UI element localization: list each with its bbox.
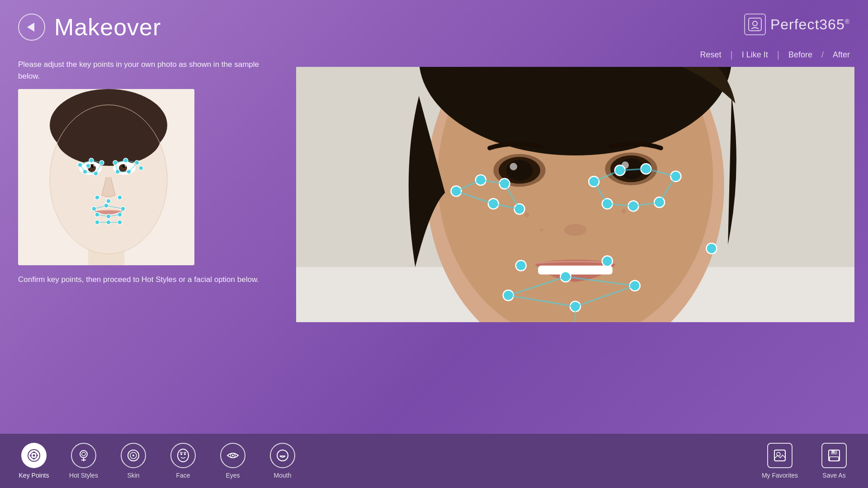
toolbar-items: Key Points Hot Styles	[9, 438, 307, 483]
svg-point-28	[95, 195, 99, 200]
svg-point-75	[525, 213, 529, 217]
svg-point-1	[753, 21, 757, 26]
svg-point-125	[82, 452, 85, 456]
hot-styles-icon	[71, 443, 96, 468]
header: Makeover	[18, 14, 161, 41]
svg-rect-0	[749, 18, 761, 31]
face-icon	[170, 443, 196, 468]
svg-point-133	[184, 453, 186, 455]
svg-point-94	[706, 243, 717, 253]
after-link[interactable]: After	[833, 50, 850, 60]
svg-point-27	[139, 166, 143, 170]
face-label: Face	[176, 472, 190, 479]
svg-point-124	[80, 450, 87, 458]
svg-point-131	[178, 449, 189, 462]
toolbar-item-skin[interactable]: Skin	[108, 438, 158, 483]
sample-face-svg	[18, 89, 194, 265]
face-container	[296, 67, 854, 322]
toolbar-item-save-as[interactable]: Save As	[809, 438, 859, 483]
svg-rect-74	[538, 266, 613, 275]
eyes-label: Eyes	[226, 472, 240, 479]
i-like-it-link[interactable]: I Like It	[742, 50, 768, 60]
svg-point-6	[57, 112, 160, 166]
toolbar-item-face[interactable]: Face	[158, 438, 208, 483]
before-link[interactable]: Before	[788, 50, 812, 60]
page-title: Makeover	[54, 14, 161, 41]
instruction-text: Please adjust the key points in your own…	[18, 59, 262, 82]
divider2: |	[777, 50, 779, 60]
logo: Perfect365®	[744, 14, 850, 35]
face-photo-svg	[296, 67, 854, 322]
logo-text: Perfect365®	[770, 16, 850, 33]
svg-point-21	[86, 164, 90, 168]
svg-point-73	[564, 224, 586, 236]
left-panel: Please adjust the key points in your own…	[18, 59, 262, 286]
svg-point-88	[670, 171, 681, 182]
back-button[interactable]	[18, 14, 45, 41]
svg-rect-143	[830, 457, 839, 461]
key-points-icon	[21, 443, 47, 468]
svg-point-122	[30, 455, 32, 456]
svg-point-12	[119, 164, 127, 172]
sample-image	[18, 89, 194, 265]
svg-point-30	[118, 195, 122, 200]
before-after-separator: /	[821, 50, 824, 60]
main-photo-area	[296, 67, 854, 322]
svg-point-123	[33, 455, 35, 457]
save-as-icon	[821, 443, 847, 468]
logo-reg: ®	[845, 18, 850, 25]
svg-point-119	[33, 451, 35, 453]
toolbar-item-key-points[interactable]: Key Points	[9, 438, 59, 483]
mouth-label: Mouth	[274, 472, 292, 479]
save-as-label: Save As	[822, 472, 845, 479]
toolbar-item-my-favorites[interactable]: My Favorites	[755, 438, 805, 483]
svg-point-14	[125, 165, 126, 167]
divider1: |	[730, 50, 732, 60]
svg-point-29	[106, 199, 111, 203]
svg-point-121	[33, 458, 35, 460]
toolbar-right: My Favorites Save As	[755, 438, 859, 483]
svg-point-130	[132, 455, 134, 456]
hot-styles-label: Hot Styles	[69, 472, 98, 479]
svg-point-93	[602, 256, 613, 266]
confirm-text: Confirm key points, then proceed to Hot …	[18, 273, 262, 286]
back-arrow-icon	[27, 23, 34, 32]
toolbar-item-hot-styles[interactable]: Hot Styles	[59, 438, 108, 483]
svg-point-135	[232, 455, 234, 456]
bottom-toolbar: Key Points Hot Styles	[0, 434, 868, 488]
logo-icon	[744, 14, 766, 35]
svg-point-132	[180, 453, 182, 455]
svg-rect-142	[832, 450, 835, 453]
logo-name: Perfect365	[770, 16, 845, 33]
skin-icon	[121, 443, 146, 468]
svg-point-79	[540, 228, 543, 231]
svg-point-92	[516, 260, 526, 271]
top-controls: Reset | I Like It | Before / After	[700, 50, 850, 60]
toolbar-item-mouth[interactable]: Mouth	[258, 438, 307, 483]
my-favorites-label: My Favorites	[762, 472, 798, 479]
svg-point-10	[94, 165, 95, 167]
toolbar-item-eyes[interactable]: Eyes	[208, 438, 258, 483]
eyes-icon	[220, 443, 245, 468]
my-favorites-icon	[767, 443, 793, 468]
svg-point-68	[510, 163, 517, 170]
logo-svg	[748, 17, 762, 32]
key-points-label: Key Points	[19, 472, 49, 479]
mouth-icon	[270, 443, 295, 468]
skin-label: Skin	[127, 472, 139, 479]
svg-point-77	[622, 209, 626, 214]
reset-link[interactable]: Reset	[700, 50, 721, 60]
svg-point-120	[36, 455, 38, 456]
svg-point-67	[506, 160, 533, 181]
